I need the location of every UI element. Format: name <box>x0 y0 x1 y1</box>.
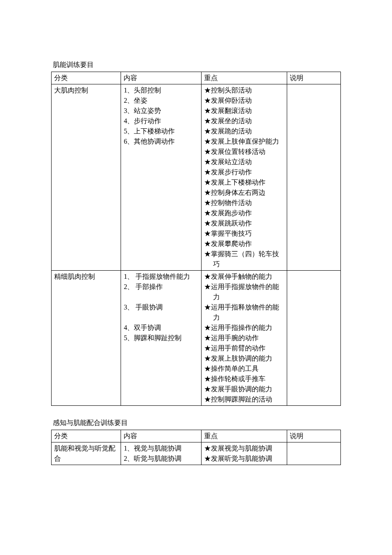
list-item: ★运用手指操作的能力 <box>204 323 284 333</box>
list-item: 4、双手协调 <box>124 323 199 333</box>
list-item: ★运用手腕的动作 <box>204 333 284 343</box>
header-category: 分类 <box>52 430 121 442</box>
cell-content: 1、视觉与肌能协调2、听觉与肌能协调 <box>121 442 202 465</box>
cell-note <box>287 84 341 271</box>
list-item: 3、站立姿势 <box>124 106 199 116</box>
list-item <box>124 312 199 323</box>
list-item: 2、 手部操作 <box>124 282 199 292</box>
list-item: ★控制物件活动 <box>204 198 284 208</box>
list-item: ★发展步行动作 <box>204 167 284 177</box>
list-item: ★发展上肢协调的能力 <box>204 353 284 364</box>
list-item: ★发展听觉与肌能协调 <box>204 454 284 464</box>
table-header-row: 分类 内容 重点 说明 <box>52 430 341 442</box>
header-points: 重点 <box>202 72 287 84</box>
cell-content: 1、 手指握放物件能力2、 手部操作 3、 手眼协调 4、双手协调5、脚踝和脚趾… <box>121 271 202 406</box>
header-content: 内容 <box>121 430 202 442</box>
list-item: 2、坐姿 <box>124 95 199 106</box>
list-item: ★运用手前臂的动作 <box>204 343 284 353</box>
cell-content: 1、头部控制2、坐姿3、站立姿势4、步行动作5、上下楼梯动作6、其他协调动作 <box>121 84 202 271</box>
list-item: 2、听觉与肌能协调 <box>124 454 199 464</box>
list-item: ★发展伸手触物的能力 <box>204 272 284 282</box>
list-item: 6、其他协调动作 <box>124 136 199 147</box>
header-category: 分类 <box>52 72 121 84</box>
cell-points: ★发展伸手触物的能力★运用手指握放物件的能力★运用手指释放物件的能力★运用手指操… <box>202 271 287 406</box>
list-item: 1、头部控制 <box>124 85 199 95</box>
table-row: 精细肌肉控制 1、 手指握放物件能力2、 手部操作 3、 手眼协调 4、双手协调… <box>52 271 341 406</box>
list-item: ★发展位置转移活动 <box>204 147 284 157</box>
list-item: ★发展仰卧活动 <box>204 95 284 106</box>
list-item: 5、脚踝和脚趾控制 <box>124 333 199 343</box>
list-item: ★控制脚踝脚趾的活动 <box>204 394 284 405</box>
list-item: 5、上下楼梯动作 <box>124 126 199 136</box>
header-content: 内容 <box>121 72 202 84</box>
section2-table: 分类 内容 重点 说明 肌能和视觉与听觉配合 1、视觉与肌能协调2、听觉与肌能协… <box>51 430 341 465</box>
cell-category: 大肌肉控制 <box>52 84 121 271</box>
list-item: ★发展上肢伸直保护能力 <box>204 136 284 147</box>
cell-points: ★发展视觉与肌能协调★发展听觉与肌能协调 <box>202 442 287 465</box>
list-item: ★发展手眼协调的能力 <box>204 384 284 394</box>
list-item <box>124 292 199 302</box>
list-item: ★操作轮椅或手推车 <box>204 374 284 384</box>
list-item: ★发展攀爬动作 <box>204 239 284 249</box>
table-row: 肌能和视觉与听觉配合 1、视觉与肌能协调2、听觉与肌能协调 ★发展视觉与肌能协调… <box>52 442 341 465</box>
list-item: ★运用手指握放物件的能力 <box>204 282 284 302</box>
cell-category: 精细肌肉控制 <box>52 271 121 406</box>
section1-table: 分类 内容 重点 说明 大肌肉控制 1、头部控制2、坐姿3、站立姿势4、步行动作… <box>51 72 341 406</box>
header-note: 说明 <box>287 72 341 84</box>
cell-note <box>287 271 341 406</box>
list-item: ★掌握平衡技巧 <box>204 228 284 239</box>
list-item: ★掌握骑三（四）轮车技巧 <box>204 249 284 269</box>
cell-note <box>287 442 341 465</box>
list-item: ★操作简单的工具 <box>204 364 284 374</box>
cell-points: ★控制头部活动★发展仰卧活动★发展翻滚活动★发展坐的活动★发展跪的活动★发展上肢… <box>202 84 287 271</box>
list-item: ★运用手指释放物件的能力 <box>204 302 284 323</box>
table-row: 大肌肉控制 1、头部控制2、坐姿3、站立姿势4、步行动作5、上下楼梯动作6、其他… <box>52 84 341 271</box>
list-item: ★发展跳跃动作 <box>204 218 284 228</box>
list-item: ★发展站立活动 <box>204 157 284 167</box>
table-header-row: 分类 内容 重点 说明 <box>52 72 341 84</box>
list-item: ★控制身体左右两边 <box>204 188 284 198</box>
header-points: 重点 <box>202 430 287 442</box>
list-item: 1、视觉与肌能协调 <box>124 443 199 454</box>
list-item: 4、步行动作 <box>124 116 199 126</box>
cell-category: 肌能和视觉与听觉配合 <box>52 442 121 465</box>
list-item: ★发展视觉与肌能协调 <box>204 443 284 454</box>
list-item: ★发展翻滚活动 <box>204 106 284 116</box>
list-item: ★发展跑步动作 <box>204 208 284 218</box>
list-item: ★控制头部活动 <box>204 85 284 95</box>
list-item: ★发展上下楼梯动作 <box>204 177 284 188</box>
list-item: 3、 手眼协调 <box>124 302 199 312</box>
section2-title: 感知与肌能配合训练要目 <box>53 418 341 428</box>
list-item: ★发展坐的活动 <box>204 116 284 126</box>
list-item: ★发展跪的活动 <box>204 126 284 136</box>
header-note: 说明 <box>287 430 341 442</box>
section1-title: 肌能训练要目 <box>53 60 341 70</box>
list-item: 1、 手指握放物件能力 <box>124 272 199 282</box>
